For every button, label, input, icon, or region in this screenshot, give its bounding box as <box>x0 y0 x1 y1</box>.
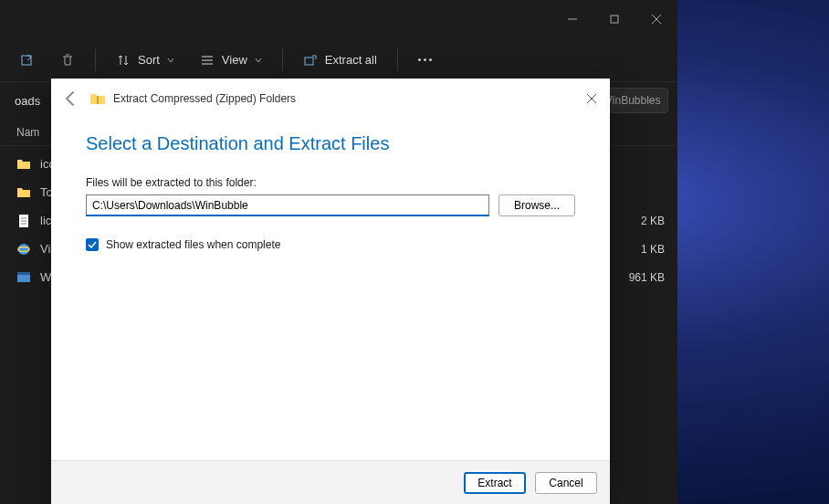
dialog-heading: Select a Destination and Extract Files <box>86 133 575 154</box>
toolbar: Sort View Extract all <box>0 38 677 82</box>
close-button[interactable] <box>635 0 677 38</box>
name-column: Nam <box>16 126 39 139</box>
dialog-body: Select a Destination and Extract Files F… <box>51 119 610 460</box>
folder-icon <box>16 157 31 172</box>
dialog-title: Extract Compressed (Zipped) Folders <box>113 92 296 105</box>
extract-all-button[interactable]: Extract all <box>294 47 386 73</box>
separator <box>95 49 96 71</box>
extract-all-label: Extract all <box>325 53 377 67</box>
file-size: 961 KB <box>629 271 665 284</box>
chevron-down-icon <box>255 57 262 64</box>
chevron-down-icon <box>167 57 174 64</box>
cancel-button[interactable]: Cancel <box>535 472 597 494</box>
share-icon <box>20 53 35 68</box>
dialog-footer: Extract Cancel <box>51 460 610 504</box>
show-files-checkbox-row[interactable]: Show extracted files when complete <box>86 238 575 251</box>
back-button[interactable] <box>62 89 80 108</box>
search-placeholder: VinBubbles <box>605 94 661 107</box>
svg-point-13 <box>18 244 29 255</box>
extract-button[interactable]: Extract <box>464 472 526 494</box>
separator <box>397 49 398 71</box>
path-input-row: Browse... <box>86 194 575 216</box>
view-label: View <box>222 53 247 67</box>
separator <box>282 49 283 71</box>
folder-icon <box>16 185 31 200</box>
file-size: 1 KB <box>641 243 665 256</box>
checkbox-label: Show extracted files when complete <box>106 238 280 251</box>
file-icon <box>16 214 31 228</box>
zip-folder-icon <box>89 90 106 107</box>
maximize-button[interactable] <box>593 0 635 38</box>
view-button[interactable]: View <box>191 47 271 73</box>
sort-label: Sort <box>138 53 160 67</box>
path-label: Files will be extracted to this folder: <box>86 176 575 189</box>
view-icon <box>200 53 215 68</box>
checkbox-checked-icon <box>86 238 99 251</box>
more-icon <box>418 58 432 61</box>
more-button[interactable] <box>409 53 441 67</box>
minimize-button[interactable] <box>551 0 593 38</box>
ie-icon <box>16 242 31 257</box>
extract-icon <box>303 53 318 68</box>
share-button[interactable] <box>11 47 44 73</box>
svg-rect-17 <box>97 96 99 104</box>
dialog-header: Extract Compressed (Zipped) Folders <box>51 79 610 119</box>
svg-rect-16 <box>17 272 30 275</box>
sort-button[interactable]: Sort <box>107 47 184 73</box>
file-size: 2 KB <box>641 215 665 227</box>
trash-icon <box>60 53 75 68</box>
delete-button[interactable] <box>51 47 84 73</box>
browse-button[interactable]: Browse... <box>498 194 575 216</box>
extract-dialog: Extract Compressed (Zipped) Folders Sele… <box>51 79 610 504</box>
sort-icon <box>116 53 131 68</box>
breadcrumb-segment[interactable]: oads <box>9 90 46 111</box>
titlebar <box>0 0 677 38</box>
svg-rect-8 <box>305 58 313 65</box>
destination-path-input[interactable] <box>86 194 489 216</box>
app-icon <box>16 270 31 285</box>
svg-rect-1 <box>611 16 618 23</box>
dialog-close-button[interactable] <box>582 89 601 108</box>
